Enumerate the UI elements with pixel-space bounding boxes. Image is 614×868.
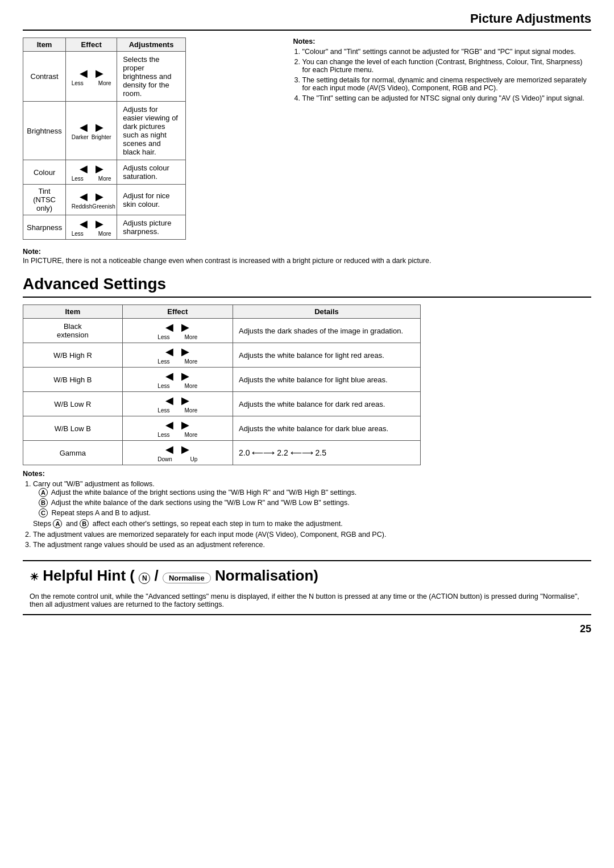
right-label: Greenish xyxy=(92,203,115,210)
adv-arrows-row: ◀ ▶ xyxy=(165,321,189,333)
adv-right-arrow-icon: ▶ xyxy=(181,370,189,382)
adv-col-effect: Effect xyxy=(122,305,233,319)
adv-item-cell: W/B High B xyxy=(23,368,123,392)
arrows-row: ◀ ▶ xyxy=(80,190,103,203)
adv-left-label: Less xyxy=(157,407,169,414)
adv-left-label: Less xyxy=(157,358,169,365)
col-adjustments: Adjustments xyxy=(117,38,186,52)
advanced-table-row: Gamma ◀ ▶ Down Up 2.0 ⟵⟶ 2.2 ⟵⟶ 2.5 xyxy=(23,441,421,465)
adv-right-label: More xyxy=(185,358,198,365)
label-row: Less More xyxy=(72,176,111,182)
adv-sub-item: B Adjust the white balance of the dark s… xyxy=(39,498,591,507)
picture-effect-cell: ◀ ▶ Less More xyxy=(66,215,117,240)
adv-arrows-row: ◀ ▶ xyxy=(165,443,189,456)
adv-effect-cell: ◀ ▶ Down Up xyxy=(122,441,233,465)
picture-adjustments-title: Picture Adjustments xyxy=(23,11,591,31)
adv-right-label: More xyxy=(185,407,198,414)
picture-effect-cell: ◀ ▶ Less More xyxy=(66,52,117,102)
picture-detail-cell: Selects the proper brightness and densit… xyxy=(117,52,186,102)
advanced-settings-table: Item Effect Details Black extension ◀ ▶ … xyxy=(23,304,421,465)
adv-left-arrow-icon: ◀ xyxy=(165,345,173,358)
adv-sub-list: A Adjust the white balance of the bright… xyxy=(33,488,591,518)
picture-notes-right: Notes: "Colour" and "Tint" settings cann… xyxy=(293,37,591,240)
left-arrow-icon: ◀ xyxy=(80,121,88,133)
left-arrow-icon: ◀ xyxy=(80,67,88,80)
picture-detail-cell: Adjust for nice skin colour. xyxy=(117,185,186,215)
adv-note-item: Carry out "W/B" adjustment as follows.A … xyxy=(33,480,591,528)
adv-effect-cell-inner: ◀ ▶ Less More xyxy=(126,345,229,365)
adv-detail-cell: Adjusts the white balance for light blue… xyxy=(233,368,421,392)
picture-table-row: Tint (NTSC only) ◀ ▶ Reddish Greenish Ad… xyxy=(23,185,186,215)
adv-item-cell: Gamma xyxy=(23,441,123,465)
left-arrow-icon: ◀ xyxy=(80,162,88,175)
arrows-row: ◀ ▶ xyxy=(80,218,103,230)
section-advanced-settings: Advanced Settings Item Effect Details Bl… xyxy=(23,275,591,549)
picture-detail-cell: Adjusts for easier viewing of dark pictu… xyxy=(117,102,186,160)
normalisation-label: Normalisation) xyxy=(215,567,318,584)
left-arrow-icon: ◀ xyxy=(80,218,88,230)
circle-letter-B: B xyxy=(39,498,48,507)
col-item: Item xyxy=(23,38,66,52)
helpful-hint-label: Helpful Hint xyxy=(43,567,126,584)
adv-sub-item: C Repeat steps A and B to adjust. xyxy=(39,508,591,518)
advanced-table-row: W/B High B ◀ ▶ Less More Adjusts the whi… xyxy=(23,368,421,392)
adv-left-label: Less xyxy=(157,383,169,389)
adv-arrows-row: ◀ ▶ xyxy=(165,394,189,407)
adv-note-item: The adjustment range values should be us… xyxy=(33,541,591,549)
right-label: More xyxy=(98,176,111,182)
adv-arrows-row: ◀ ▶ xyxy=(165,419,189,431)
adv-col-item: Item xyxy=(23,305,123,319)
adv-label-row: Less More xyxy=(157,432,197,438)
adv-label-row: Less More xyxy=(157,407,197,414)
adv-left-arrow-icon: ◀ xyxy=(165,321,173,333)
col-effect: Effect xyxy=(66,38,117,52)
adv-arrows-row: ◀ ▶ xyxy=(165,370,189,382)
picture-detail-cell: Adjusts colour saturation. xyxy=(117,160,186,185)
right-label: Brighter xyxy=(92,134,111,140)
adv-right-arrow-icon: ▶ xyxy=(181,394,189,407)
picture-effect-cell: ◀ ▶ Less More xyxy=(66,160,117,185)
adv-right-arrow-icon: ▶ xyxy=(181,419,189,431)
picture-notes-list: "Colour" and "Tint" settings cannot be a… xyxy=(293,48,591,102)
left-label: Less xyxy=(72,176,84,182)
left-label: Reddish xyxy=(72,203,93,210)
label-row: Less More xyxy=(72,231,111,237)
circle-letter-C: C xyxy=(39,508,48,518)
adv-label-row: Down Up xyxy=(157,456,197,462)
adv-detail-cell: Adjusts the white balance for dark blue … xyxy=(233,416,421,441)
left-label: Less xyxy=(72,80,84,86)
picture-note-item: The setting details for normal, dynamic … xyxy=(302,76,591,92)
picture-effect-cell: ◀ ▶ Darker Brighter xyxy=(66,102,117,160)
picture-adjustments-table-wrap: Item Effect Adjustments Contrast ◀ ▶ Les… xyxy=(23,37,282,240)
adv-effect-cell-inner: ◀ ▶ Less More xyxy=(126,370,229,389)
helpful-hint-section: ☀ Helpful Hint ( N / Normalise Normalisa… xyxy=(23,560,591,615)
picture-table-row: Brightness ◀ ▶ Darker Brighter Adjusts f… xyxy=(23,102,186,160)
picture-notes-title: Notes: xyxy=(293,37,591,45)
left-label: Less xyxy=(72,231,84,237)
adv-detail-cell: Adjusts the dark shades of the image in … xyxy=(233,319,421,343)
adv-left-arrow-icon: ◀ xyxy=(165,419,173,431)
effect-cell-inner: ◀ ▶ Reddish Greenish xyxy=(69,190,113,210)
adv-right-arrow-icon: ▶ xyxy=(181,345,189,358)
arrows-row: ◀ ▶ xyxy=(80,121,103,133)
label-row: Reddish Greenish xyxy=(72,203,111,210)
adv-effect-cell-inner: ◀ ▶ Down Up xyxy=(126,443,229,462)
helpful-hint-title: ☀ Helpful Hint ( N / Normalise Normalisa… xyxy=(30,567,318,585)
adv-label-row: Less More xyxy=(157,334,197,340)
sun-icon: ☀ xyxy=(30,571,39,583)
adv-left-label: Less xyxy=(157,432,169,438)
picture-item-cell: Contrast xyxy=(23,52,66,102)
right-arrow-icon: ▶ xyxy=(96,190,103,203)
picture-item-cell: Sharpness xyxy=(23,215,66,240)
adv-effect-cell: ◀ ▶ Less More xyxy=(122,343,233,368)
effect-cell-inner: ◀ ▶ Less More xyxy=(69,67,113,86)
circle-b: B xyxy=(80,519,89,528)
right-arrow-icon: ▶ xyxy=(96,67,103,80)
label-row: Less More xyxy=(72,80,111,86)
adv-right-label: Up xyxy=(190,456,198,462)
circle-a: A xyxy=(53,519,62,528)
adv-item-cell: W/B Low B xyxy=(23,416,123,441)
advanced-table-row: W/B Low B ◀ ▶ Less More Adjusts the whit… xyxy=(23,416,421,441)
picture-note-item: The "Tint" setting can be adjusted for N… xyxy=(302,94,591,102)
adv-effect-cell: ◀ ▶ Less More xyxy=(122,416,233,441)
